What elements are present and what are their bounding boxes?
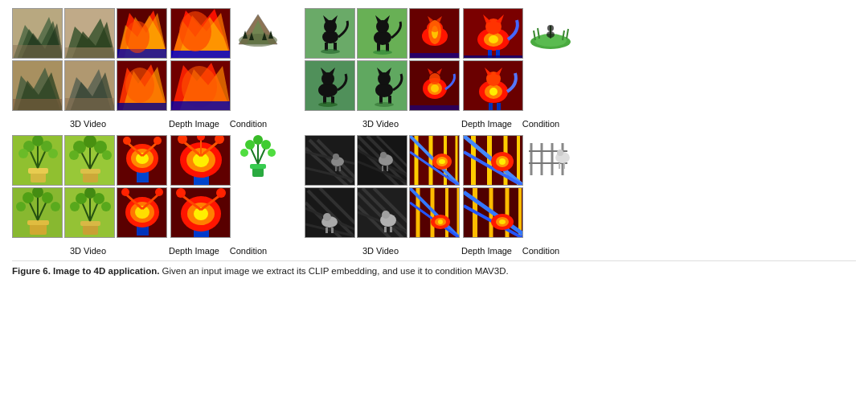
svg-point-135 — [261, 140, 271, 150]
mountain-svg-2 — [65, 9, 115, 59]
depth-big-mountains-1 — [170, 8, 231, 59]
svg-point-56 — [18, 149, 28, 158]
svg-line-212 — [567, 29, 568, 39]
svg-point-179 — [375, 102, 394, 107]
caption-text: Given an input image we extract its CLIP… — [162, 266, 509, 276]
svg-point-136 — [253, 135, 263, 145]
svg-point-57 — [48, 149, 58, 158]
svg-rect-255 — [326, 227, 328, 233]
condition-plants — [234, 135, 282, 179]
video-grid-plants — [12, 135, 167, 238]
condition-label-plants: Condition — [230, 246, 267, 256]
depth-svg-mountains-1 — [117, 9, 167, 59]
svg-rect-265 — [384, 227, 387, 232]
svg-point-26 — [125, 68, 154, 103]
svg-rect-130 — [250, 164, 266, 169]
svg-point-88 — [51, 202, 60, 211]
depth-big-mountains-2 — [170, 60, 231, 111]
svg-rect-27 — [117, 103, 167, 111]
condition-label-mountains: Condition — [230, 119, 267, 129]
depth-stack-cats — [463, 8, 523, 111]
svg-point-171 — [318, 102, 338, 107]
svg-point-246 — [439, 159, 445, 164]
depth-cell-mountains-1 — [117, 8, 167, 59]
svg-point-160 — [429, 21, 440, 32]
plant-cell-3 — [12, 187, 63, 238]
fence-svg-3 — [305, 188, 355, 238]
depth-label-mountains: Depth Image — [169, 119, 219, 129]
svg-rect-256 — [331, 227, 334, 233]
fence-cell-1 — [305, 135, 355, 186]
mountain-svg-3 — [13, 61, 63, 111]
depth-plant-svg-1 — [117, 136, 167, 186]
svg-point-134 — [245, 140, 255, 150]
cat-cell-3 — [305, 60, 355, 111]
figure-caption: Figure 6. Image to 4D application. Given… — [12, 260, 856, 278]
svg-rect-79 — [30, 223, 47, 235]
depth-plant-svg-2 — [117, 188, 167, 238]
svg-rect-4 — [13, 45, 63, 59]
svg-rect-32 — [171, 51, 231, 59]
depth-plant-1 — [117, 135, 167, 186]
svg-rect-49 — [28, 168, 48, 174]
svg-rect-8 — [65, 47, 115, 59]
svg-point-85 — [42, 192, 53, 203]
page-container: 3D Video Depth Image Condition — [0, 0, 868, 286]
section-cats: 3D Video Depth Image Condition — [305, 8, 575, 130]
svg-rect-224 — [335, 166, 337, 171]
svg-point-138 — [268, 149, 276, 157]
mountain-svg-4 — [65, 61, 115, 111]
svg-point-98 — [70, 202, 80, 211]
depth-fence-svg-2 — [410, 188, 460, 238]
svg-point-183 — [431, 84, 439, 92]
svg-point-76 — [123, 137, 131, 145]
depth-big-svg-2 — [171, 61, 231, 111]
svg-point-223 — [333, 154, 339, 160]
depth-svg-mountains-2 — [117, 61, 167, 111]
svg-point-127 — [176, 188, 186, 198]
svg-rect-18 — [13, 99, 63, 111]
svg-point-77 — [154, 137, 162, 145]
mountain-cell-1 — [12, 8, 63, 59]
svg-rect-163 — [410, 53, 460, 59]
svg-point-84 — [23, 192, 34, 203]
depth-stack-mountains — [170, 8, 231, 111]
svg-rect-205 — [489, 103, 493, 111]
cat-svg-2 — [358, 9, 407, 59]
depth-big-plants-2 — [170, 187, 231, 238]
fence-svg-1 — [305, 136, 355, 186]
svg-point-276 — [438, 219, 443, 224]
svg-point-184 — [429, 73, 440, 84]
svg-point-234 — [380, 152, 387, 158]
fence-svg-4 — [358, 188, 407, 238]
video-label-mountains: 3D Video — [70, 119, 106, 129]
svg-rect-22 — [65, 98, 115, 111]
svg-point-87 — [16, 202, 26, 211]
condition-fence-svg — [527, 135, 574, 180]
svg-point-191 — [489, 35, 498, 43]
depth-big-cat-svg-2 — [464, 61, 523, 111]
depth-big-fence-svg-1 — [464, 136, 523, 186]
svg-point-67 — [69, 150, 79, 160]
svg-point-137 — [240, 149, 248, 157]
svg-rect-305 — [559, 163, 560, 169]
depth-label-plants: Depth Image — [169, 246, 219, 256]
depth-big-cats-2 — [463, 60, 523, 111]
svg-rect-206 — [497, 103, 501, 111]
depth-cat-svg-1 — [410, 9, 460, 59]
plant-cell-4 — [64, 187, 115, 238]
caption-bold: Figure 6. Image to 4D application. — [12, 266, 159, 276]
svg-point-128 — [216, 188, 226, 198]
svg-rect-266 — [390, 227, 392, 232]
fence-cell-3 — [305, 187, 355, 238]
depth-label-cats: Depth Image — [461, 119, 512, 129]
depth-fence-2 — [409, 187, 460, 238]
svg-rect-225 — [339, 166, 341, 171]
depth-fence-1 — [409, 135, 460, 186]
plant-cell-2 — [64, 135, 115, 186]
depth-cell-mountains-2 — [117, 60, 167, 111]
svg-rect-91 — [80, 221, 100, 226]
svg-rect-235 — [382, 166, 383, 171]
depth-cat-svg-2 — [410, 61, 460, 111]
cat-cell-1 — [305, 8, 355, 59]
